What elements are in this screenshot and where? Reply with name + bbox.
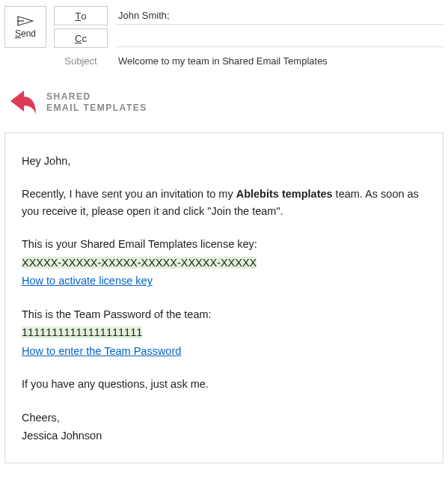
intro-paragraph: Recently, I have sent you an invitation … <box>22 186 426 219</box>
ask-line: If you have any questions, just ask me. <box>22 376 426 392</box>
brand-text: SHARED EMAIL TEMPLATES <box>46 91 147 114</box>
greeting: Hey John, <box>22 153 426 169</box>
license-label: This is your Shared Email Templates lice… <box>22 236 426 252</box>
send-label: Send <box>15 28 36 39</box>
to-button[interactable]: To <box>54 6 108 25</box>
subject-label: Subject <box>54 55 108 67</box>
send-button[interactable]: Send <box>4 6 46 48</box>
send-icon <box>17 15 34 27</box>
license-link[interactable]: How to activate license key <box>22 272 426 289</box>
teampw-label: This is the Team Password of the team: <box>22 306 426 323</box>
to-input[interactable] <box>117 7 444 25</box>
subject-input[interactable] <box>117 52 444 70</box>
email-body[interactable]: Hey John, Recently, I have sent you an i… <box>4 132 444 463</box>
reply-arrow-icon <box>6 86 39 119</box>
header-fields: To Cc Subject <box>54 6 444 70</box>
signoff: Cheers, <box>22 409 426 426</box>
signer: Jessica Johnson <box>22 427 426 444</box>
cc-button[interactable]: Cc <box>54 28 108 48</box>
compose-header: Send To Cc Subject <box>0 0 448 70</box>
teampw-value: 11111111111111111111 <box>22 324 426 341</box>
brand-row: SHARED EMAIL TEMPLATES <box>0 70 448 132</box>
cc-input[interactable] <box>117 29 444 47</box>
teampw-link[interactable]: How to enter the Team Password <box>22 343 426 359</box>
license-key: XXXXX-XXXXX-XXXXX-XXXXX-XXXXX-XXXXX <box>22 254 426 271</box>
